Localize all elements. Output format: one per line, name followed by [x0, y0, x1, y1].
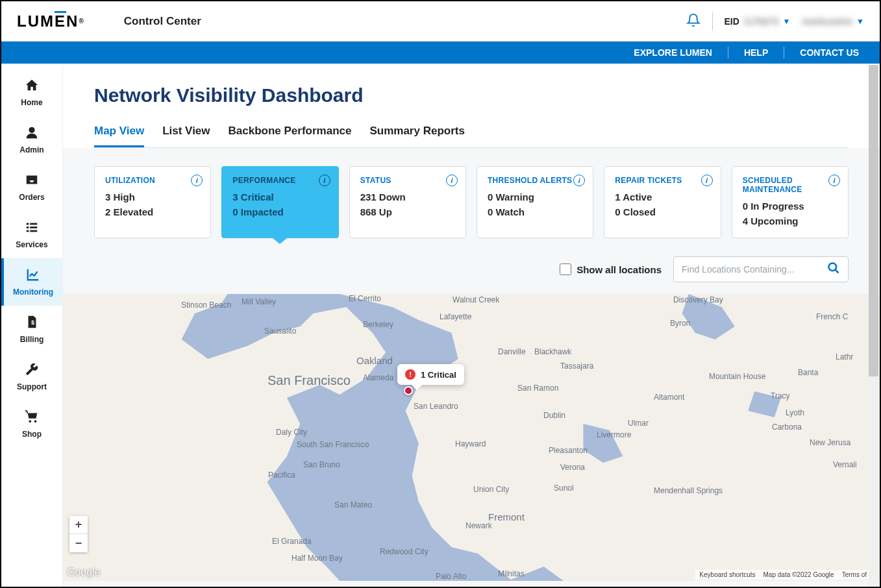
tab-list-view[interactable]: List View	[162, 125, 210, 147]
map-label: Half Moon Bay	[292, 554, 343, 563]
sidebar-label: Admin	[19, 145, 43, 154]
map-label: Union City	[473, 485, 509, 494]
card-threshold-alerts[interactable]: THRESHOLD ALERTSi0 Warning0 Watch	[477, 166, 593, 238]
sidebar-item-monitoring[interactable]: Monitoring	[1, 258, 62, 306]
app-title: Control Center	[124, 15, 201, 28]
user-icon	[25, 125, 39, 143]
card-line1: 1 Active	[615, 190, 710, 205]
map-label: Carbona	[772, 423, 802, 432]
billing-icon: $	[25, 315, 39, 332]
info-icon[interactable]: i	[191, 175, 203, 186]
show-all-label: Show all locations	[577, 264, 662, 275]
sidebar-item-shop[interactable]: Shop	[1, 400, 62, 448]
map-label: Mill Valley	[242, 297, 276, 306]
help-link[interactable]: HELP	[741, 47, 771, 58]
scrollbar[interactable]	[869, 65, 878, 588]
svg-rect-4	[30, 227, 37, 228]
map-label: Hayward	[455, 439, 486, 448]
card-status[interactable]: STATUSi231 Down868 Up	[349, 166, 466, 238]
tooltip-text: 1 Critical	[421, 370, 456, 380]
svg-text:$: $	[31, 319, 34, 326]
sidebar-item-admin[interactable]: Admin	[1, 116, 62, 164]
card-performance[interactable]: PERFORMANCEi3 Critical0 Impacted	[221, 166, 338, 238]
keyboard-shortcuts[interactable]: Keyboard shortcuts	[699, 571, 755, 578]
tabs: Map ViewList ViewBackbone PerformanceSum…	[94, 125, 849, 148]
zoom-in-button[interactable]: +	[69, 516, 88, 534]
content-area: Network Visibility Dashboard Map ViewLis…	[63, 64, 880, 587]
tab-map-view[interactable]: Map View	[94, 125, 144, 147]
notifications-icon[interactable]	[686, 13, 701, 30]
map-label: Redwood City	[380, 547, 428, 556]
map-label: French C	[816, 312, 848, 321]
map-label: Tassajara	[560, 361, 593, 371]
map-label: Lathr	[836, 352, 853, 361]
map-label: San Francisco	[267, 373, 351, 388]
google-logo: Google	[67, 567, 101, 578]
map-label: New Jerusa	[810, 438, 850, 447]
chart-icon	[26, 267, 40, 285]
info-icon[interactable]: i	[446, 175, 458, 186]
show-all-checkbox-input[interactable]	[560, 263, 571, 275]
info-icon[interactable]: i	[828, 175, 840, 186]
sidebar-item-billing[interactable]: $Billing	[1, 306, 62, 353]
svg-rect-5	[27, 230, 29, 232]
location-search[interactable]	[673, 256, 849, 282]
sidebar-label: Orders	[19, 193, 44, 202]
sidebar-item-services[interactable]: Services	[1, 211, 62, 258]
explore-link[interactable]: EXPLORE LUMEN	[631, 47, 715, 58]
map-label: Fremont	[488, 511, 525, 522]
map-label: El Cerrito	[349, 294, 381, 303]
svg-line-11	[836, 270, 839, 273]
show-all-locations-checkbox[interactable]: Show all locations	[560, 263, 662, 275]
map-data: Map data ©2022 Google	[763, 571, 834, 578]
map[interactable]: San FranciscoOaklandFremontStinson Beach…	[63, 294, 880, 581]
svg-rect-6	[30, 230, 37, 232]
alert-icon: !	[405, 369, 416, 380]
map-label: Oakland	[356, 355, 393, 366]
card-title: PERFORMANCE	[232, 176, 327, 185]
map-label: Livermore	[597, 430, 631, 439]
card-line1: 231 Down	[360, 190, 455, 205]
sidebar-item-support[interactable]: Support	[1, 353, 62, 400]
info-icon[interactable]: i	[573, 175, 585, 186]
card-title: THRESHOLD ALERTS	[488, 176, 582, 185]
info-icon[interactable]: i	[319, 175, 330, 186]
top-nav-bar: EXPLORE LUMEN HELP CONTACT US	[1, 42, 880, 64]
map-attribution: Keyboard shortcuts Map data ©2022 Google…	[695, 570, 877, 580]
tab-backbone-performance[interactable]: Backbone Performance	[229, 125, 352, 147]
cart-icon	[25, 410, 39, 427]
logo[interactable]: LUMEN®	[17, 12, 85, 31]
user-selector[interactable]: markuswire ▼	[802, 16, 864, 27]
search-icon[interactable]	[827, 262, 840, 277]
contact-link[interactable]: CONTACT US	[797, 47, 862, 58]
sidebar-label: Billing	[20, 335, 44, 344]
tab-summary-reports[interactable]: Summary Reports	[369, 125, 464, 147]
map-alert-tooltip[interactable]: ! 1 Critical	[397, 364, 464, 385]
inbox-icon	[25, 173, 39, 190]
search-input[interactable]	[682, 264, 827, 275]
map-label: Discovery Bay	[673, 295, 723, 304]
info-icon[interactable]: i	[701, 175, 713, 186]
map-label: Banta	[798, 368, 818, 377]
chevron-down-icon: ▼	[782, 17, 790, 26]
card-scheduled-maintenance[interactable]: SCHEDULED MAINTENANCEi0 In Progress4 Upc…	[732, 166, 849, 238]
map-label: South San Francisco	[297, 440, 369, 449]
sidebar-item-home[interactable]: Home	[1, 69, 62, 116]
card-utilization[interactable]: UTILIZATIONi3 High2 Elevated	[94, 166, 211, 238]
scrollbar-thumb[interactable]	[869, 65, 878, 376]
home-icon	[25, 78, 39, 95]
chevron-down-icon: ▼	[856, 17, 864, 26]
card-line2: 868 Up	[360, 205, 455, 220]
map-label: Verona	[560, 463, 585, 472]
sidebar-item-orders[interactable]: Orders	[1, 164, 62, 211]
list-icon	[25, 220, 39, 238]
eid-selector[interactable]: EID 1176273 ▼	[725, 16, 791, 27]
wrench-icon	[25, 362, 39, 380]
map-label: El Granada	[272, 537, 312, 546]
svg-point-8	[29, 421, 31, 423]
card-repair-tickets[interactable]: REPAIR TICKETSi1 Active0 Closed	[604, 166, 721, 238]
zoom-out-button[interactable]: −	[69, 534, 88, 552]
svg-point-10	[829, 263, 837, 271]
map-pin[interactable]	[404, 386, 413, 395]
map-label: Pleasanton	[549, 446, 588, 455]
